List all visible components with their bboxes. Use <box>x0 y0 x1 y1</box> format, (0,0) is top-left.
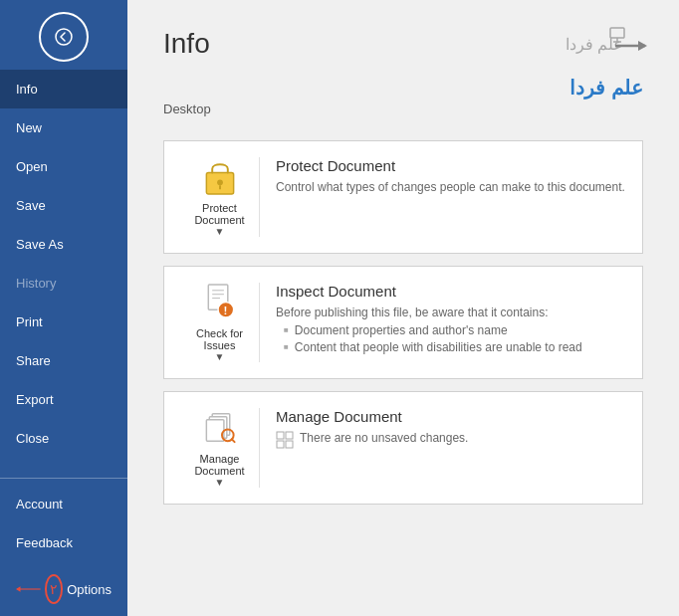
inspect-heading: Inspect Document <box>276 283 626 300</box>
sidebar-item-save-as[interactable]: Save As <box>0 225 127 264</box>
options-badge: ۲ <box>45 574 64 604</box>
watermark-svg: علم فردا <box>556 18 655 73</box>
svg-rect-23 <box>277 432 284 439</box>
check-issues-button[interactable]: ! Check forIssues ▼ <box>180 283 260 362</box>
manage-dropdown-arrow: ▼ <box>215 477 225 488</box>
sidebar-item-close[interactable]: Close <box>0 419 127 458</box>
main-content: علم فردا Info علم فردا Desktop ProtectDo… <box>127 0 679 616</box>
protect-card-content: Protect Document Control what types of c… <box>276 157 626 198</box>
svg-rect-25 <box>277 441 284 448</box>
inspect-icon-label: Check forIssues <box>196 327 243 351</box>
options-arrow-icon <box>16 582 41 596</box>
protect-icon-label: ProtectDocument <box>194 202 244 226</box>
protect-document-card: ProtectDocument ▼ Protect Document Contr… <box>163 140 643 254</box>
svg-point-0 <box>56 29 72 45</box>
logo-watermark: علم فردا <box>556 18 655 73</box>
doc-title: علم فردا <box>163 76 643 100</box>
manage-status-text: There are no unsaved changes. <box>300 431 468 445</box>
sidebar-item-print[interactable]: Print <box>0 303 127 341</box>
sidebar-item-history: History <box>0 264 127 303</box>
inspect-icon: ! <box>202 283 238 321</box>
inspect-list: Document properties and author's name Co… <box>276 323 626 354</box>
sidebar-divider <box>0 478 127 479</box>
sidebar-item-open[interactable]: Open <box>0 147 127 186</box>
manage-icon <box>202 408 238 447</box>
back-button[interactable] <box>39 12 89 62</box>
manage-icon-label: ManageDocument <box>194 453 244 477</box>
manage-document-card: ManageDocument ▼ Manage Document There a… <box>163 391 643 505</box>
inspect-desc: Before publishing this file, be aware th… <box>276 306 626 319</box>
protect-icon <box>202 157 238 196</box>
sidebar-item-account[interactable]: Account <box>0 485 127 523</box>
svg-marker-2 <box>16 586 20 592</box>
manage-heading: Manage Document <box>276 408 626 425</box>
manage-status-row: There are no unsaved changes. <box>276 431 626 449</box>
inspect-list-item-2: Content that people with disabilities ar… <box>284 340 626 354</box>
svg-rect-20 <box>206 420 224 441</box>
inspect-dropdown-arrow: ▼ <box>215 351 225 362</box>
inspect-document-card: ! Check forIssues ▼ Inspect Document Bef… <box>163 266 643 379</box>
protect-dropdown-arrow: ▼ <box>215 226 225 237</box>
sidebar: Info New Open Save Save As History Print… <box>0 0 127 616</box>
sidebar-item-export[interactable]: Export <box>0 380 127 419</box>
doc-location: Desktop <box>163 102 643 116</box>
protect-heading: Protect Document <box>276 157 626 174</box>
protect-desc: Control what types of changes people can… <box>276 180 626 194</box>
manage-document-button[interactable]: ManageDocument ▼ <box>180 408 260 488</box>
sidebar-bottom: Account Feedback ۲ Options <box>0 472 127 616</box>
sidebar-item-feedback[interactable]: Feedback <box>0 523 127 562</box>
sidebar-item-new[interactable]: New <box>0 108 127 147</box>
sidebar-item-share[interactable]: Share <box>0 341 127 380</box>
svg-rect-24 <box>286 432 293 439</box>
svg-text:!: ! <box>223 304 227 316</box>
manage-card-content: Manage Document There are no unsaved cha… <box>276 408 626 449</box>
manage-status-icon <box>276 431 294 449</box>
svg-line-22 <box>231 439 234 442</box>
sidebar-item-info[interactable]: Info <box>0 70 127 108</box>
sidebar-item-options[interactable]: ۲ Options <box>0 562 127 616</box>
svg-rect-26 <box>286 441 293 448</box>
inspect-list-item-1: Document properties and author's name <box>284 323 626 337</box>
svg-marker-5 <box>638 41 647 51</box>
protect-document-button[interactable]: ProtectDocument ▼ <box>180 157 260 237</box>
sidebar-item-save[interactable]: Save <box>0 186 127 225</box>
svg-point-10 <box>217 179 223 185</box>
inspect-card-content: Inspect Document Before publishing this … <box>276 283 626 357</box>
